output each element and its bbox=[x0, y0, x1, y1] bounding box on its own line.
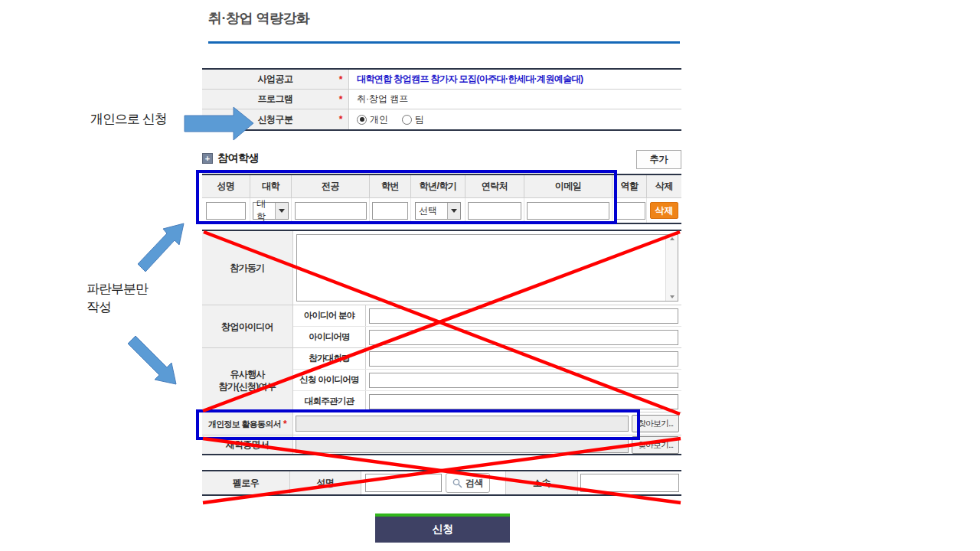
enrollment-label: 재학증명서 bbox=[226, 439, 270, 451]
privacy-file-input[interactable] bbox=[296, 416, 629, 432]
announcement-label-cell: 사업공고 * bbox=[202, 70, 349, 89]
enrollment-file-input[interactable] bbox=[296, 437, 629, 453]
fellow-label: 펠로우 bbox=[202, 471, 290, 494]
scrollbar[interactable] bbox=[665, 235, 678, 301]
header-major: 전공 bbox=[292, 175, 370, 197]
motive-row: 참가동기 bbox=[202, 231, 681, 305]
fellow-search-cell: 검색 bbox=[361, 471, 505, 494]
fellow-name-input[interactable] bbox=[365, 474, 442, 492]
fellow-affiliation-cell bbox=[578, 471, 681, 494]
search-icon bbox=[452, 478, 462, 488]
add-participant-button[interactable]: 추가 bbox=[636, 150, 681, 169]
down-right-arrow-icon bbox=[128, 336, 176, 384]
idea-group-row: 창업아이디어 아이디어 분야 아이디어명 bbox=[202, 305, 681, 348]
contest-name-row: 참가대회명 bbox=[293, 348, 681, 370]
page-title: 취·창업 역량강화 bbox=[208, 9, 310, 28]
contest-name-label: 참가대회명 bbox=[293, 348, 366, 369]
required-asterisk: * bbox=[339, 114, 342, 125]
header-grade-semester: 학년/학기 bbox=[411, 175, 466, 197]
name-input[interactable] bbox=[206, 202, 246, 220]
apply-type-individual-label: 개인 bbox=[370, 113, 388, 126]
header-university: 대학 bbox=[250, 175, 292, 197]
similar-event-label-line2: 참가(신청)여부 bbox=[219, 380, 276, 393]
plus-icon: + bbox=[202, 153, 213, 164]
fellow-name-label: 성명 bbox=[290, 471, 361, 494]
enrollment-browse-button[interactable]: 찾아보기... bbox=[632, 436, 679, 454]
submit-button[interactable]: 신청 bbox=[375, 514, 510, 543]
privacy-label: 개인정보 활용동의서 bbox=[208, 418, 281, 430]
annotation-blue-note: 파란부분만 작성 bbox=[87, 280, 148, 317]
header-delete: 삭제 bbox=[647, 175, 681, 197]
privacy-label-cell: 개인정보 활용동의서 * bbox=[202, 412, 293, 435]
header-student-id: 학번 bbox=[370, 175, 411, 197]
header-role: 역할 bbox=[612, 175, 647, 197]
fellow-affiliation-label: 소속 bbox=[505, 471, 578, 494]
header-email: 이메일 bbox=[524, 175, 612, 197]
similar-event-group-row: 유사행사 참가(신청)여부 참가대회명 신청 아이디어명 대회주관기관 bbox=[202, 348, 681, 412]
apply-type-individual-option[interactable]: 개인 bbox=[357, 113, 388, 126]
page: 취·창업 역량강화 개인으로 신청 파란부분만 작성 사업공고 * 대학연합 창… bbox=[0, 0, 980, 551]
fellow-search-label: 검색 bbox=[466, 477, 483, 490]
host-org-input[interactable] bbox=[369, 394, 678, 409]
apply-type-team-option[interactable]: 팀 bbox=[402, 113, 424, 126]
idea-field-row: 아이디어 분야 bbox=[293, 305, 681, 327]
annotation-blue-note-line2: 작성 bbox=[87, 298, 148, 317]
fellow-search-button[interactable]: 검색 bbox=[446, 473, 490, 493]
idea-field-input[interactable] bbox=[369, 308, 678, 324]
contact-input[interactable] bbox=[468, 202, 521, 220]
participants-section-title: 참여학생 bbox=[217, 152, 259, 165]
motive-textarea[interactable] bbox=[297, 235, 665, 301]
idea-name-label: 아이디어명 bbox=[293, 327, 366, 347]
detail-form-table: 참가동기 창업아이디어 아이디어 분야 bbox=[202, 230, 681, 455]
enrollment-label-cell: 재학증명서 bbox=[202, 435, 293, 454]
contest-name-input[interactable] bbox=[369, 351, 678, 367]
required-asterisk: * bbox=[283, 418, 286, 430]
annotation-individual-note: 개인으로 신청 bbox=[90, 110, 167, 128]
announcement-title-link[interactable]: 대학연합 창업캠프 참가자 모집(아주대·한세대·계원예술대) bbox=[357, 73, 583, 86]
required-asterisk: * bbox=[339, 74, 342, 85]
email-input[interactable] bbox=[527, 202, 609, 220]
idea-field-label: 아이디어 분야 bbox=[293, 305, 366, 326]
scroll-down-icon[interactable] bbox=[670, 295, 675, 298]
privacy-consent-row: 개인정보 활용동의서 * 찾아보기... bbox=[202, 412, 681, 435]
similar-event-label-line1: 유사행사 bbox=[230, 368, 264, 380]
applied-idea-label: 신청 아이디어명 bbox=[293, 370, 366, 390]
applied-idea-row: 신청 아이디어명 bbox=[293, 370, 681, 391]
header-contact: 연락처 bbox=[466, 175, 524, 197]
scroll-up-icon[interactable] bbox=[670, 237, 675, 240]
program-label-cell: 프로그램 * bbox=[202, 90, 349, 109]
privacy-browse-button[interactable]: 찾아보기... bbox=[632, 415, 679, 432]
apply-type-label: 신청구분 bbox=[258, 113, 293, 126]
similar-event-label-cell: 유사행사 참가(신청)여부 bbox=[202, 348, 293, 412]
major-input[interactable] bbox=[295, 202, 367, 220]
applied-idea-input[interactable] bbox=[369, 373, 678, 388]
radio-unselected-icon[interactable] bbox=[402, 115, 412, 125]
motive-label: 참가동기 bbox=[230, 262, 264, 274]
annotation-blue-note-line1: 파란부분만 bbox=[87, 280, 148, 298]
idea-name-row: 아이디어명 bbox=[293, 327, 681, 347]
idea-group-label: 창업아이디어 bbox=[221, 321, 273, 333]
chevron-down-icon bbox=[447, 203, 460, 219]
participants-section-header: + 참여학생 bbox=[202, 152, 259, 165]
title-underline bbox=[208, 41, 680, 44]
apply-type-team-label: 팀 bbox=[415, 113, 424, 126]
delete-participant-button[interactable]: 삭제 bbox=[650, 202, 678, 219]
program-value: 취·창업 캠프 bbox=[357, 93, 408, 106]
idea-name-input[interactable] bbox=[369, 330, 678, 345]
enrollment-cert-row: 재학증명서 찾아보기... bbox=[202, 435, 681, 454]
header-name: 성명 bbox=[202, 175, 250, 197]
radio-selected-icon[interactable] bbox=[357, 115, 367, 125]
required-asterisk: * bbox=[339, 94, 342, 105]
student-id-input[interactable] bbox=[372, 202, 408, 220]
motive-label-cell: 참가동기 bbox=[202, 231, 293, 305]
role-input[interactable] bbox=[614, 202, 645, 220]
idea-group-label-cell: 창업아이디어 bbox=[202, 305, 293, 347]
fellow-affiliation-input[interactable] bbox=[580, 474, 679, 492]
table-row: 프로그램 * 취·창업 캠프 bbox=[202, 90, 681, 109]
grade-select[interactable]: 선택 bbox=[415, 202, 461, 220]
university-select[interactable]: 대학 bbox=[253, 202, 289, 220]
table-row: 신청구분 * 개인 팀 bbox=[202, 109, 681, 129]
participants-header-row: 성명 대학 전공 학번 학년/학기 연락처 이메일 역할 삭제 bbox=[202, 175, 681, 198]
chevron-down-icon bbox=[275, 203, 288, 219]
host-org-row: 대회주관기관 bbox=[293, 391, 681, 412]
